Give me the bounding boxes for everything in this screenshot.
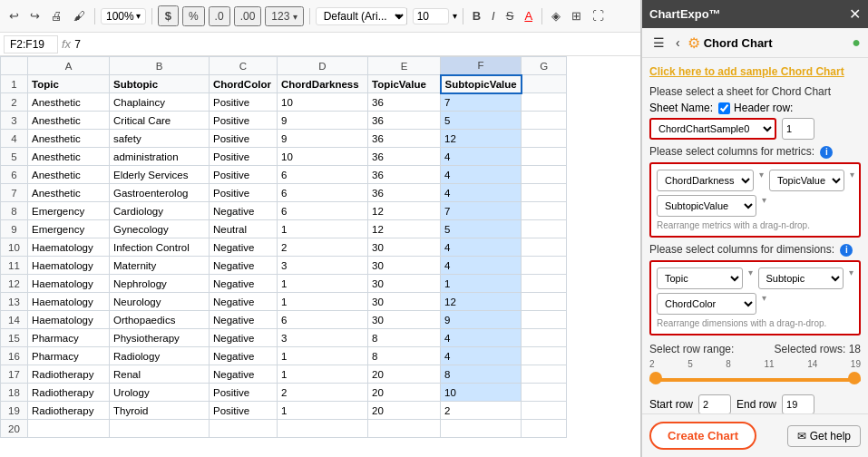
- table-cell[interactable]: 9: [278, 112, 368, 130]
- border-button[interactable]: ⊞: [568, 7, 585, 24]
- table-cell[interactable]: 1: [278, 365, 368, 384]
- table-cell[interactable]: Positive: [210, 112, 278, 130]
- table-cell[interactable]: 36: [368, 130, 441, 148]
- table-cell[interactable]: Anesthetic: [28, 184, 110, 202]
- create-chart-button[interactable]: Create Chart: [649, 422, 756, 450]
- italic-button[interactable]: I: [488, 7, 499, 24]
- dim3-select[interactable]: ChordColor: [657, 293, 756, 315]
- table-cell[interactable]: Pharmacy: [28, 347, 110, 365]
- table-cell[interactable]: 4: [441, 329, 522, 347]
- table-cell[interactable]: Infection Control: [110, 238, 210, 257]
- table-cell[interactable]: 1: [278, 347, 368, 365]
- table-cell[interactable]: Critical Care: [110, 112, 210, 130]
- table-cell[interactable]: 36: [368, 184, 441, 202]
- table-cell[interactable]: Topic: [28, 75, 110, 93]
- table-cell[interactable]: Haematology: [28, 275, 110, 293]
- table-cell[interactable]: 10: [441, 384, 522, 402]
- table-cell[interactable]: Positive: [210, 148, 278, 166]
- table-cell[interactable]: Negative: [210, 365, 278, 384]
- table-cell[interactable]: [278, 420, 368, 438]
- table-cell[interactable]: Negative: [210, 257, 278, 275]
- decimal-decrease-button[interactable]: .0: [209, 6, 230, 26]
- header-row-input[interactable]: [782, 118, 814, 140]
- table-cell[interactable]: Gynecology: [110, 220, 210, 238]
- metric2-select[interactable]: TopicValue: [769, 170, 844, 191]
- table-cell[interactable]: Pharmacy: [28, 329, 110, 347]
- table-cell[interactable]: [522, 402, 567, 420]
- table-cell[interactable]: 12: [441, 130, 522, 148]
- table-cell[interactable]: Neutral: [210, 220, 278, 238]
- table-cell[interactable]: [522, 293, 567, 311]
- table-cell[interactable]: Maternity: [110, 257, 210, 275]
- table-cell[interactable]: [210, 420, 278, 438]
- formula-input[interactable]: [74, 38, 637, 51]
- table-cell[interactable]: 6: [278, 184, 368, 202]
- range-slider[interactable]: [649, 371, 861, 389]
- table-cell[interactable]: 7: [441, 93, 522, 112]
- table-cell[interactable]: [522, 202, 567, 220]
- table-cell[interactable]: [522, 257, 567, 275]
- table-cell[interactable]: 10: [278, 148, 368, 166]
- table-cell[interactable]: Radiology: [110, 347, 210, 365]
- table-cell[interactable]: [522, 238, 567, 257]
- print-button[interactable]: 🖨: [47, 7, 66, 24]
- end-row-input[interactable]: [782, 394, 814, 413]
- table-cell[interactable]: Anesthetic: [28, 166, 110, 184]
- table-cell[interactable]: [522, 347, 567, 365]
- table-cell[interactable]: [522, 420, 567, 438]
- table-cell[interactable]: 4: [441, 347, 522, 365]
- table-cell[interactable]: 1: [441, 275, 522, 293]
- percent-button[interactable]: %: [182, 6, 205, 26]
- table-cell[interactable]: 20: [368, 365, 441, 384]
- table-cell[interactable]: Elderly Services: [110, 166, 210, 184]
- table-cell[interactable]: 36: [368, 166, 441, 184]
- table-cell[interactable]: ChordColor: [210, 75, 278, 93]
- table-cell[interactable]: 4: [441, 166, 522, 184]
- table-cell[interactable]: 3: [278, 329, 368, 347]
- table-cell[interactable]: [522, 365, 567, 384]
- table-cell[interactable]: [522, 220, 567, 238]
- table-cell[interactable]: [522, 166, 567, 184]
- table-cell[interactable]: Anesthetic: [28, 148, 110, 166]
- table-cell[interactable]: 8: [368, 329, 441, 347]
- sample-chart-link[interactable]: Click here to add sample Chord Chart: [649, 65, 861, 78]
- table-cell[interactable]: 7: [441, 202, 522, 220]
- table-cell[interactable]: [441, 420, 522, 438]
- table-cell[interactable]: [522, 148, 567, 166]
- table-cell[interactable]: [522, 184, 567, 202]
- table-cell[interactable]: Negative: [210, 202, 278, 220]
- table-cell[interactable]: [110, 420, 210, 438]
- table-cell[interactable]: Thyroid: [110, 402, 210, 420]
- table-cell[interactable]: 5: [441, 112, 522, 130]
- table-cell[interactable]: 6: [278, 311, 368, 329]
- sheet-name-select[interactable]: ChordChartSample0: [649, 118, 776, 140]
- underline-button[interactable]: A: [521, 7, 536, 24]
- table-cell[interactable]: 2: [278, 238, 368, 257]
- table-cell[interactable]: Gastroenterolog: [110, 184, 210, 202]
- bold-button[interactable]: B: [469, 7, 484, 24]
- table-cell[interactable]: 1: [278, 220, 368, 238]
- col-header-a[interactable]: A: [28, 57, 110, 75]
- panel-back-button[interactable]: ‹: [672, 34, 684, 52]
- table-cell[interactable]: ChordDarkness: [278, 75, 368, 93]
- number-format-button[interactable]: 123 ▾: [265, 6, 303, 26]
- table-cell[interactable]: Anesthetic: [28, 112, 110, 130]
- col-header-c[interactable]: C: [210, 57, 278, 75]
- table-cell[interactable]: Haematology: [28, 311, 110, 329]
- table-cell[interactable]: Haematology: [28, 293, 110, 311]
- table-cell[interactable]: safety: [110, 130, 210, 148]
- table-cell[interactable]: Radiotherapy: [28, 402, 110, 420]
- panel-close-button[interactable]: ✕: [849, 5, 861, 23]
- font-size-input[interactable]: [413, 8, 449, 24]
- table-cell[interactable]: [28, 420, 110, 438]
- table-cell[interactable]: Negative: [210, 329, 278, 347]
- table-cell[interactable]: [522, 75, 567, 93]
- table-cell[interactable]: Renal: [110, 365, 210, 384]
- table-cell[interactable]: Chaplaincy: [110, 93, 210, 112]
- dim1-select[interactable]: Topic: [657, 267, 743, 289]
- merge-button[interactable]: ⛶: [589, 7, 608, 24]
- table-cell[interactable]: 12: [368, 202, 441, 220]
- table-cell[interactable]: 36: [368, 93, 441, 112]
- table-cell[interactable]: 1: [278, 402, 368, 420]
- range-right-handle[interactable]: [848, 372, 861, 384]
